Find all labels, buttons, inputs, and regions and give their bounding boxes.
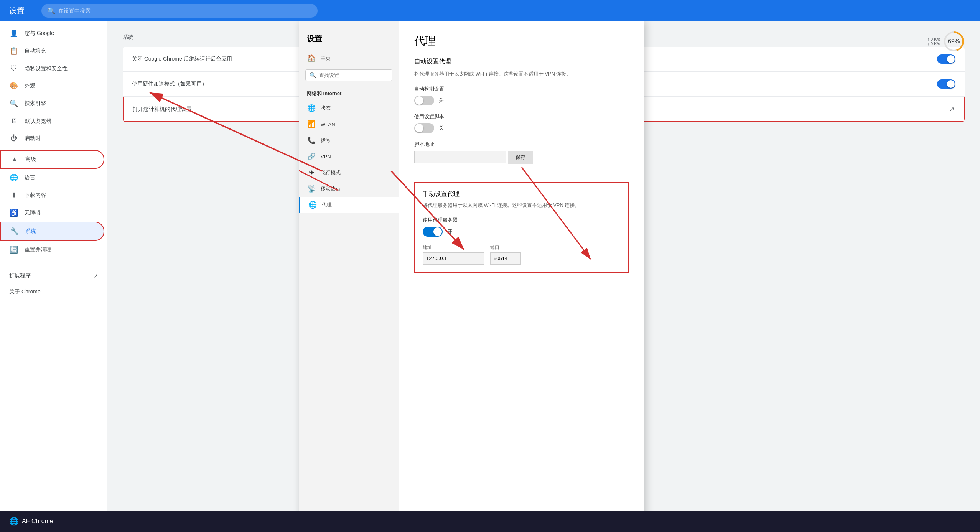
sidebar-item-system[interactable]: 🔧 系统 — [0, 222, 104, 241]
sidebar-item-reset[interactable]: 🔄 重置并清理 — [0, 241, 104, 259]
vpn-icon: 🔗 — [307, 152, 316, 161]
win-address-input[interactable] — [423, 252, 484, 265]
windows-settings-panel: 设置 🏠 主页 🔍 网络和 Internet 🌐 状态 📶 WLAN — [299, 21, 644, 532]
chrome-sidebar: 👤 您与 Google 📋 自动填充 🛡 隐私设置和安全性 🎨 外观 🔍 搜索引… — [0, 21, 107, 532]
sidebar-item-google[interactable]: 👤 您与 Google — [0, 25, 104, 42]
win-use-proxy-value: 开 — [447, 228, 452, 235]
background-apps-toggle[interactable] — [937, 54, 955, 64]
accessibility-icon: ♿ — [9, 209, 18, 217]
background-apps-label: 关闭 Google Chrome 后继续运行后台应用 — [132, 56, 232, 63]
win-script-addr-input[interactable] — [414, 151, 506, 163]
advanced-section-header[interactable]: ▲ 高级 — [0, 150, 104, 169]
sidebar-item-appearance[interactable]: 🎨 外观 — [0, 77, 104, 95]
startup-icon: ⏻ — [9, 134, 18, 142]
win-use-proxy-toggle[interactable] — [423, 227, 443, 237]
win-address-group: 地址 — [423, 244, 484, 265]
win-use-proxy-toggle-row: 开 — [423, 227, 621, 237]
reset-icon: 🔄 — [9, 245, 18, 254]
taskbar-af-chrome[interactable]: 🌐 AF Chrome — [3, 515, 59, 527]
sidebar-item-startup[interactable]: ⏻ 启动时 — [0, 130, 104, 147]
win-divider — [414, 174, 629, 174]
win-save-button[interactable]: 保存 — [508, 151, 533, 164]
win-port-label: 端口 — [490, 244, 521, 251]
win-port-input[interactable] — [490, 252, 521, 265]
sidebar-item-about[interactable]: 关于 Chrome — [0, 284, 104, 300]
person-icon: 👤 — [9, 29, 18, 38]
system-icon: 🔧 — [10, 227, 19, 236]
win-sidebar: 设置 🏠 主页 🔍 网络和 Internet 🌐 状态 📶 WLAN — [299, 21, 399, 532]
sidebar-item-extensions[interactable]: 扩展程序 ↗ — [0, 268, 107, 284]
win-manual-title: 手动设置代理 — [423, 190, 621, 198]
sidebar-item-downloads[interactable]: ⬇ 下载内容 — [0, 186, 104, 204]
win-search-icon: 🔍 — [310, 72, 316, 78]
win-nav-section-label: 网络和 Internet — [299, 84, 399, 100]
win-nav-dialup[interactable]: 📞 拨号 — [299, 132, 399, 148]
appearance-icon: 🎨 — [9, 82, 18, 90]
chrome-taskbar-icon: 🌐 — [9, 517, 19, 526]
win-use-script-value: 关 — [439, 125, 444, 132]
win-use-script-setting: 使用设置脚本 关 — [414, 113, 629, 133]
autofill-icon: 📋 — [9, 47, 18, 55]
page-title: 设置 — [9, 6, 32, 16]
win-use-script-toggle[interactable] — [414, 123, 434, 133]
win-nav-airplane[interactable]: ✈ 飞行模式 — [299, 165, 399, 181]
sidebar-item-accessibility[interactable]: ♿ 无障碍 — [0, 204, 104, 222]
win-auto-detect-toggle[interactable] — [414, 96, 434, 105]
search-bar[interactable]: 🔍 — [41, 4, 318, 18]
win-auto-detect-toggle-row: 关 — [414, 96, 629, 105]
win-script-addr-setting: 脚本地址 保存 — [414, 141, 629, 166]
win-auto-detect-label: 自动检测设置 — [414, 86, 629, 92]
sidebar-item-browser[interactable]: 🖥 默认浏览器 — [0, 112, 104, 130]
win-auto-desc: 将代理服务器用于以太网或 Wi-Fi 连接。这些设置不适用于 VPN 连接。 — [414, 70, 629, 78]
win-use-proxy-setting: 使用代理服务器 开 — [423, 217, 621, 237]
home-icon: 🏠 — [307, 54, 316, 63]
proxy-settings-label: 打开您计算机的代理设置 — [133, 106, 192, 113]
hotspot-icon: 📡 — [307, 184, 316, 193]
language-icon: 🌐 — [9, 173, 18, 182]
hardware-accel-label: 使用硬件加速模式（如果可用） — [132, 81, 207, 87]
search-icon-sidebar: 🔍 — [9, 99, 18, 108]
taskbar-af-chrome-label: AF Chrome — [22, 518, 53, 525]
speed-text: ↑ 0 K/s ↓ 0 K/s — [927, 37, 940, 46]
win-search-box[interactable]: 🔍 — [305, 69, 392, 81]
win-search-input[interactable] — [319, 72, 388, 78]
win-address-label: 地址 — [423, 244, 484, 251]
win-nav-hotspot[interactable]: 📡 移动热点 — [299, 181, 399, 197]
search-icon: 🔍 — [48, 7, 55, 15]
status-icon: 🌐 — [307, 104, 316, 112]
speed-indicator: ↑ 0 K/s ↓ 0 K/s 69% — [927, 31, 965, 52]
win-use-script-toggle-row: 关 — [414, 123, 629, 133]
win-nav-vpn[interactable]: 🔗 VPN — [299, 148, 399, 165]
hardware-accel-toggle[interactable] — [937, 79, 955, 89]
header: 设置 🔍 — [0, 0, 980, 21]
expand-icon: ▲ — [10, 155, 19, 163]
main-content: ↑ 0 K/s ↓ 0 K/s 69% 系统 关闭 Google Chrome … — [107, 21, 980, 532]
win-script-addr-label: 脚本地址 — [414, 141, 629, 148]
win-use-proxy-label: 使用代理服务器 — [423, 217, 621, 224]
gauge-circle: 69% — [943, 31, 965, 52]
main-layout: 👤 您与 Google 📋 自动填充 🛡 隐私设置和安全性 🎨 外观 🔍 搜索引… — [0, 21, 980, 532]
win-auto-proxy-title: 自动设置代理 — [414, 58, 629, 66]
win-auto-detect-value: 关 — [439, 97, 444, 104]
taskbar: 🌐 AF Chrome — [0, 511, 980, 532]
win-proxy-title: 代理 — [414, 34, 629, 48]
sidebar-item-search[interactable]: 🔍 搜索引擎 — [0, 95, 104, 112]
proxy-external-link-icon[interactable]: ↗ — [949, 105, 955, 114]
downloads-icon: ⬇ — [9, 191, 18, 199]
sidebar-item-privacy[interactable]: 🛡 隐私设置和安全性 — [0, 60, 104, 77]
sidebar-item-autofill[interactable]: 📋 自动填充 — [0, 42, 104, 60]
airplane-icon: ✈ — [307, 168, 316, 177]
win-use-script-label: 使用设置脚本 — [414, 113, 629, 120]
shield-icon: 🛡 — [9, 64, 18, 72]
win-nav-proxy[interactable]: 🌐 代理 — [299, 197, 399, 213]
search-input[interactable] — [58, 8, 311, 14]
win-nav-wlan[interactable]: 📶 WLAN — [299, 116, 399, 132]
dialup-icon: 📞 — [307, 136, 316, 145]
external-link-icon: ↗ — [94, 273, 98, 279]
win-nav-home[interactable]: 🏠 主页 — [299, 50, 399, 66]
win-manual-proxy-section: 手动设置代理 将代理服务器用于以太网或 Wi-Fi 连接。这些设置不适用于 VP… — [414, 182, 629, 273]
win-auto-detect-setting: 自动检测设置 关 — [414, 86, 629, 105]
win-nav-status[interactable]: 🌐 状态 — [299, 100, 399, 116]
win-addr-port-row: 地址 端口 — [423, 244, 621, 265]
sidebar-item-language[interactable]: 🌐 语言 — [0, 169, 104, 186]
